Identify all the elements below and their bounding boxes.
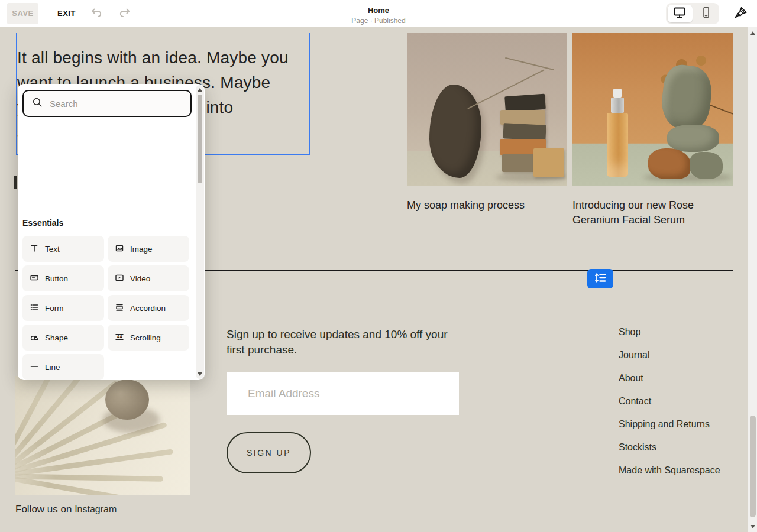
block-item-accordion[interactable]: Accordion	[108, 295, 189, 321]
block-item-scrolling[interactable]: AA Scrolling	[108, 325, 189, 351]
block-item-text[interactable]: Text	[22, 236, 104, 262]
block-item-video[interactable]: Video	[108, 265, 189, 291]
block-item-shape[interactable]: Shape	[22, 325, 104, 351]
scroll-down-arrow[interactable]	[198, 372, 202, 376]
scroll-up-arrow[interactable]	[198, 88, 202, 92]
rock-shape	[429, 85, 481, 178]
soap-bar	[503, 123, 546, 141]
svg-text:AA: AA	[117, 335, 122, 339]
editor-toolbar: SAVE EXIT Home Page · Published	[0, 0, 757, 27]
footer-link-shop[interactable]: Shop	[619, 327, 640, 337]
serum-bottle-nozzle	[613, 89, 622, 98]
blog-title[interactable]: Introducing our new Rose Geranium Facial…	[572, 198, 733, 228]
soap-bar	[500, 110, 545, 125]
scrolling-icon: AA	[115, 332, 124, 343]
panel-scrollbar[interactable]	[196, 85, 204, 379]
block-item-line[interactable]: Line	[22, 354, 104, 380]
page-title: Home	[0, 6, 757, 15]
footer-nav: Shop Journal About Contact Shipping and …	[619, 327, 720, 488]
follow-prefix: Follow us on	[15, 504, 75, 515]
serum-bottle	[607, 113, 628, 177]
block-item-label: Button	[45, 274, 68, 283]
instagram-link[interactable]: Instagram	[75, 504, 117, 514]
serum-photo	[572, 33, 733, 186]
follow-line: Follow us on Instagram	[15, 504, 117, 515]
ceramic-cup	[105, 379, 149, 420]
footer-link-journal[interactable]: Journal	[619, 350, 649, 360]
block-item-label: Accordion	[130, 304, 166, 313]
footer-link-contact[interactable]: Contact	[619, 396, 651, 406]
sign-up-button[interactable]: SIGN UP	[227, 432, 311, 473]
made-with-prefix: Made with	[619, 465, 664, 475]
line-icon	[30, 362, 39, 373]
form-icon	[30, 303, 39, 314]
section-label-essentials: Essentials	[22, 218, 63, 228]
block-search-box	[22, 90, 192, 117]
hidden-text-fragment	[14, 176, 17, 189]
footer-link-about[interactable]: About	[619, 373, 643, 383]
image-icon	[115, 244, 124, 255]
soap-photo	[407, 33, 567, 186]
list-item: Journal	[619, 350, 720, 362]
block-item-form[interactable]: Form	[22, 295, 104, 321]
edit-section-spacing-button[interactable]	[587, 269, 613, 288]
list-item: Shipping and Returns	[619, 419, 720, 432]
paintbrush-icon	[733, 14, 748, 22]
scroll-down-arrow[interactable]	[750, 525, 755, 528]
block-item-label: Line	[45, 363, 60, 372]
block-item-label: Video	[130, 274, 150, 283]
serum-bottle-cap	[611, 98, 624, 113]
text-icon	[30, 244, 39, 255]
block-item-label: Text	[45, 245, 60, 254]
add-block-panel: Essentials Text Image Button Video Form …	[18, 84, 205, 380]
footer-link-shipping[interactable]: Shipping and Returns	[619, 419, 710, 429]
list-item: Stockists	[619, 442, 720, 455]
list-item: Contact	[619, 396, 720, 408]
block-item-label: Scrolling	[130, 333, 161, 342]
footer-link-stockists[interactable]: Stockists	[619, 442, 656, 452]
page-scrollbar[interactable]	[748, 27, 757, 532]
device-preview-toggle	[666, 3, 719, 24]
block-item-button[interactable]: Button	[22, 265, 104, 291]
stone-shape	[667, 125, 719, 152]
page-scrollbar-thumb[interactable]	[750, 416, 756, 517]
instagram-photo[interactable]	[15, 376, 190, 495]
search-icon	[24, 97, 50, 110]
desktop-preview-button[interactable]	[666, 3, 693, 24]
stone-shape	[648, 148, 691, 179]
blog-title[interactable]: My soap making process	[407, 198, 567, 213]
newsletter-text[interactable]: Sign up to receive updates and 10% off y…	[227, 327, 463, 358]
blog-card-serum[interactable]: Introducing our new Rose Geranium Facial…	[572, 33, 733, 228]
squarespace-link[interactable]: Squarespace	[664, 465, 720, 475]
soap-bar	[504, 94, 546, 112]
accordion-icon	[115, 303, 124, 314]
essentials-grid: Text Image Button Video Form Accordion S…	[22, 236, 189, 380]
stone-shape	[690, 152, 723, 179]
search-input[interactable]	[50, 99, 190, 109]
page-status: Page · Published	[0, 17, 757, 25]
branch-shape	[505, 57, 554, 71]
mobile-icon	[699, 5, 713, 21]
made-with-line: Made with Squarespace	[619, 465, 720, 478]
video-icon	[115, 273, 124, 284]
block-item-label: Shape	[45, 333, 68, 342]
list-item: About	[619, 373, 720, 385]
blog-card-soap[interactable]: My soap making process	[407, 33, 567, 213]
block-item-image[interactable]: Image	[108, 236, 189, 262]
email-field[interactable]	[227, 372, 459, 415]
button-icon	[30, 273, 39, 284]
block-item-label: Form	[45, 304, 64, 313]
mobile-preview-button[interactable]	[693, 3, 719, 24]
shape-icon	[30, 332, 39, 343]
line-spacing-icon	[593, 271, 607, 287]
block-item-label: Image	[130, 245, 153, 254]
scroll-up-arrow[interactable]	[750, 31, 755, 35]
list-item: Shop	[619, 327, 720, 339]
soap-bar	[533, 148, 564, 177]
site-styles-button[interactable]	[732, 5, 749, 22]
desktop-icon	[672, 5, 687, 21]
panel-scrollbar-thumb[interactable]	[198, 95, 202, 183]
